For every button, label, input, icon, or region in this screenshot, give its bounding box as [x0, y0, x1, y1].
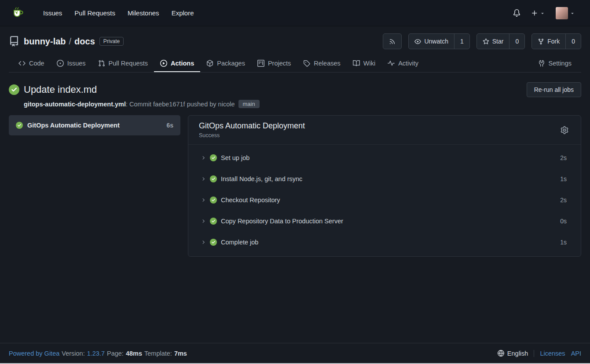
code-icon: [18, 60, 26, 67]
branch-badge[interactable]: main: [238, 100, 260, 108]
tools-icon: [538, 60, 545, 67]
tab-projects[interactable]: Projects: [251, 55, 297, 72]
unwatch-label: Unwatch: [424, 38, 448, 45]
bell-icon: [513, 9, 520, 17]
step-name: Set up job: [221, 154, 556, 161]
step-row[interactable]: Install Node.js, git, and rsync 1s: [188, 168, 581, 189]
step-duration: 2s: [560, 197, 567, 204]
language-label: English: [507, 350, 528, 357]
unwatch-button[interactable]: Unwatch: [409, 34, 454, 49]
repo-name-link[interactable]: docs: [74, 36, 95, 47]
star-label: Star: [492, 38, 504, 45]
repo-actions: Unwatch 1 Star 0 Fork 0: [383, 33, 581, 49]
step-row[interactable]: Complete job 1s: [188, 232, 581, 253]
page-time-label: Page:: [107, 350, 124, 357]
job-duration: 6s: [166, 122, 173, 129]
tab-pull-requests[interactable]: Pull Requests: [92, 55, 154, 72]
version-link[interactable]: 1.23.7: [87, 350, 105, 357]
step-name: Copy Repository Data to Production Serve…: [221, 218, 556, 225]
tab-settings[interactable]: Settings: [532, 55, 578, 72]
star-button[interactable]: Star: [477, 34, 509, 49]
page-time-value: 48ms: [126, 350, 142, 357]
run-subtitle: gitops-automatic-deployment.yml : Commit…: [24, 100, 581, 108]
language-selector[interactable]: English: [498, 350, 528, 357]
step-duration: 1s: [560, 175, 567, 182]
step-name: Install Node.js, git, and rsync: [221, 175, 556, 182]
run-title: Update index.md: [24, 84, 97, 95]
template-time-value: 7ms: [174, 350, 187, 357]
repo-title: bunny-lab / docs: [24, 36, 95, 47]
commit-info: : Commit faebe1671f pushed by nicole: [126, 101, 235, 108]
tab-label: Settings: [549, 60, 572, 67]
nav-explore[interactable]: Explore: [165, 0, 200, 26]
rss-button[interactable]: [383, 33, 402, 49]
repo-owner-link[interactable]: bunny-lab: [24, 36, 66, 47]
job-list: GitOps Automatic Deployment 6s: [9, 115, 180, 135]
step-duration: 2s: [560, 154, 567, 161]
nav-pull-requests[interactable]: Pull Requests: [68, 0, 121, 26]
footer-divider: [534, 350, 534, 357]
avatar: [556, 7, 568, 19]
repo-header: bunny-lab / docs Private Unwatch 1: [0, 26, 590, 73]
pulse-icon: [388, 60, 395, 67]
tab-label: Actions: [171, 60, 194, 67]
tab-label: Code: [29, 60, 44, 67]
chevron-down-icon: [540, 11, 545, 16]
star-icon: [483, 38, 489, 45]
step-name: Complete job: [221, 239, 556, 246]
chevron-right-icon: [201, 176, 206, 182]
step-row[interactable]: Copy Repository Data to Production Serve…: [188, 211, 581, 232]
success-check-icon: [9, 84, 19, 95]
success-check-icon: [210, 239, 217, 246]
version-label: Version:: [62, 350, 84, 357]
success-check-icon: [210, 175, 217, 182]
star-button-group: Star 0: [476, 33, 525, 49]
powered-by-gitea-link[interactable]: Powered by Gitea: [9, 350, 59, 357]
chevron-right-icon: [201, 240, 206, 245]
job-detail-header: GitOps Automatic Deployment Success: [188, 116, 581, 145]
fork-button[interactable]: Fork: [532, 34, 565, 49]
tab-label: Wiki: [363, 60, 375, 67]
chevron-right-icon: [201, 218, 206, 224]
job-options-button[interactable]: [559, 124, 570, 136]
nav-milestones[interactable]: Milestones: [121, 0, 165, 26]
tab-releases[interactable]: Releases: [297, 55, 346, 72]
eye-icon: [414, 38, 421, 45]
watchers-count[interactable]: 1: [454, 34, 469, 49]
chevron-right-icon: [201, 197, 206, 203]
job-detail-panel: GitOps Automatic Deployment Success Set …: [188, 115, 581, 257]
tab-label: Activity: [398, 60, 418, 67]
job-list-item[interactable]: GitOps Automatic Deployment 6s: [9, 115, 180, 135]
chevron-right-icon: [201, 155, 206, 160]
forks-count[interactable]: 0: [565, 34, 581, 49]
tab-issues[interactable]: Issues: [51, 55, 92, 72]
globe-icon: [498, 350, 504, 357]
workflow-file-link[interactable]: gitops-automatic-deployment.yml: [24, 101, 126, 108]
gitea-logo[interactable]: [11, 6, 25, 20]
success-check-icon: [210, 218, 217, 225]
stars-count[interactable]: 0: [509, 34, 524, 49]
create-new-button[interactable]: [527, 6, 550, 20]
repo-icon: [9, 36, 19, 47]
licenses-link[interactable]: Licenses: [540, 350, 565, 357]
tab-label: Projects: [268, 60, 291, 67]
job-name: GitOps Automatic Deployment: [27, 122, 162, 129]
job-status-text: Success: [199, 132, 305, 138]
tab-packages[interactable]: Packages: [200, 55, 251, 72]
step-row[interactable]: Checkout Repository 2s: [188, 189, 581, 211]
private-badge: Private: [99, 37, 124, 46]
tab-activity[interactable]: Activity: [381, 55, 425, 72]
nav-issues[interactable]: Issues: [37, 0, 68, 26]
tab-actions[interactable]: Actions: [154, 55, 200, 72]
tab-label: Releases: [314, 60, 340, 67]
fork-icon: [538, 38, 544, 45]
rss-button-segment[interactable]: [383, 34, 401, 49]
notifications-button[interactable]: [509, 6, 525, 20]
pull-request-icon: [98, 60, 105, 67]
user-menu-button[interactable]: [551, 4, 579, 23]
step-row[interactable]: Set up job 2s: [188, 147, 581, 168]
tab-wiki[interactable]: Wiki: [347, 55, 381, 72]
api-link[interactable]: API: [571, 350, 581, 357]
rerun-all-jobs-button[interactable]: Re-run all jobs: [527, 82, 581, 97]
tab-code[interactable]: Code: [12, 55, 51, 72]
